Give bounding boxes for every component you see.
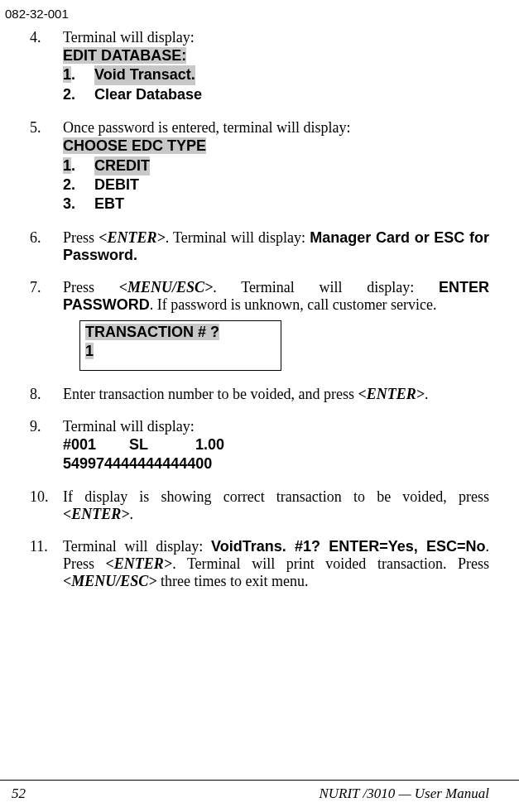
terminal-msg: VoidTrans. #1? ENTER=Yes, ESC=No — [211, 538, 486, 555]
opt-num: 1 — [63, 157, 71, 174]
list-num: 11. — [30, 538, 63, 590]
list-body: Once password is entered, terminal will … — [63, 119, 489, 214]
list-body: Press <ENTER>. Terminal will display: Ma… — [63, 229, 489, 264]
opt-label: Void Transact. — [94, 65, 195, 84]
opt-num: 2 — [63, 86, 71, 103]
list-body: If display is showing correct transactio… — [63, 488, 489, 523]
list-num: 8. — [30, 386, 63, 403]
opt-dot: . — [71, 176, 75, 193]
opt-label: EBT — [94, 195, 124, 214]
terminal-msg: ENTER — [439, 279, 489, 295]
terminal-display-box: TRANSACTION # ? 1 — [79, 320, 281, 371]
text: Terminal will display: — [63, 538, 211, 555]
text: Press — [63, 229, 99, 246]
list-item-11: 11. Terminal will display: VoidTrans. #1… — [30, 538, 489, 590]
text: . Terminal will display: — [213, 279, 439, 295]
doc-code: 082-32-001 — [0, 0, 519, 21]
text: Press — [63, 279, 119, 295]
list-body: Terminal will display: VoidTrans. #1? EN… — [63, 538, 489, 590]
trans-type: SL — [129, 435, 195, 454]
list-item-4: 4. Terminal will display: EDIT DATABASE:… — [30, 29, 489, 104]
trans-id: #001 — [63, 435, 129, 454]
key-menu-esc: <MENU/ESC> — [119, 279, 214, 295]
opt-dot: . — [71, 66, 75, 83]
text: . Terminal will print voided transaction… — [172, 555, 489, 572]
edc-title: CHOOSE EDC TYPE — [63, 137, 206, 154]
list-num: 7. — [30, 279, 63, 314]
list-num: 9. — [30, 418, 63, 474]
opt-dot: . — [71, 195, 75, 212]
opt-num: 3 — [63, 195, 71, 212]
db-title: EDIT DATABASE: — [63, 47, 186, 64]
box-line: 1 — [85, 343, 94, 359]
list-item-8: 8. Enter transaction number to be voided… — [30, 386, 489, 403]
opt-label: CREDIT — [94, 156, 150, 175]
key-enter: <ENTER> — [358, 386, 425, 402]
page-number: 52 — [12, 786, 26, 802]
list-num: 6. — [30, 229, 63, 264]
box-line: TRANSACTION # ? — [85, 324, 219, 340]
list-body: Enter transaction number to be voided, a… — [63, 386, 489, 403]
opt-num: 2 — [63, 176, 71, 193]
text: If display is showing correct transactio… — [63, 488, 489, 505]
key-enter: <ENTER> — [63, 506, 130, 522]
text: three times to exit menu. — [157, 573, 309, 589]
opt-label: Clear Database — [94, 85, 202, 104]
list-item-10: 10. If display is showing correct transa… — [30, 488, 489, 523]
list-num: 4. — [30, 29, 63, 104]
text: . Terminal will display: — [166, 229, 310, 246]
list-item-7: 7. Press <MENU/ESC>. Terminal will displ… — [30, 279, 489, 314]
list-item-9: 9. Terminal will display: #001SL1.00 549… — [30, 418, 489, 474]
page-content: 4. Terminal will display: EDIT DATABASE:… — [0, 21, 519, 590]
text: Enter transaction number to be voided, a… — [63, 386, 358, 402]
trans-amt: 1.00 — [195, 436, 224, 453]
opt-num: 1 — [63, 66, 71, 83]
list-num: 10. — [30, 488, 63, 523]
opt-label: DEBIT — [94, 175, 139, 195]
opt-dot: . — [71, 157, 75, 174]
key-enter: <ENTER> — [99, 229, 166, 246]
text: Terminal will display: — [63, 418, 195, 435]
list-num: 5. — [30, 119, 63, 214]
opt-dot: . — [71, 86, 75, 103]
footer-title: NURIT /3010 — User Manual — [319, 786, 489, 802]
key-enter: <ENTER> — [106, 555, 173, 572]
text: . If password is unknown, call customer … — [150, 296, 437, 313]
list-item-5: 5. Once password is entered, terminal wi… — [30, 119, 489, 214]
text: . — [130, 506, 134, 522]
list-item-6: 6. Press <ENTER>. Terminal will display:… — [30, 229, 489, 264]
key-menu-esc: <MENU/ESC> — [63, 573, 157, 589]
trans-card: 549974444444444400 — [63, 454, 489, 473]
text: Terminal will display: — [63, 29, 195, 46]
page-footer: 52 NURIT /3010 — User Manual — [0, 780, 519, 802]
text: . — [425, 386, 429, 402]
text: Once password is entered, terminal will … — [63, 119, 350, 136]
list-body: Terminal will display: EDIT DATABASE: 1.… — [63, 29, 489, 104]
list-body: Terminal will display: #001SL1.00 549974… — [63, 418, 489, 474]
terminal-msg: PASSWORD — [63, 296, 150, 313]
list-body: Press <MENU/ESC>. Terminal will display:… — [63, 279, 489, 314]
